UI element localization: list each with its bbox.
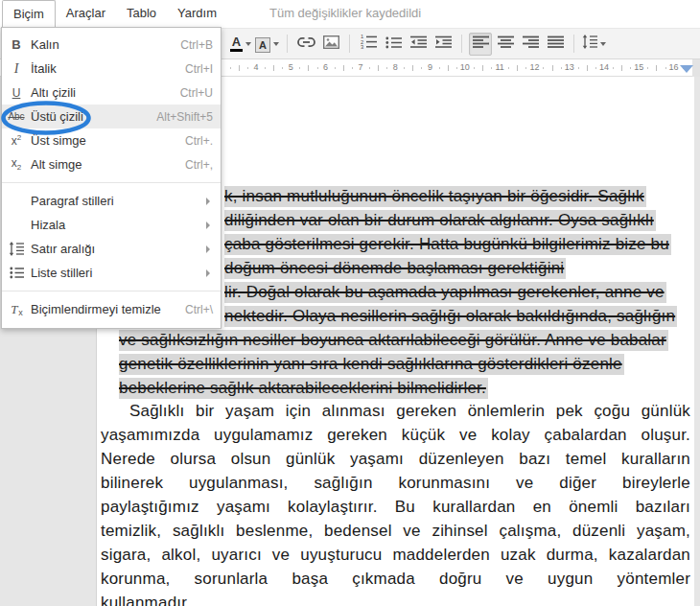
menu-item-satir-araligi[interactable]: Satır aralığı (2, 237, 221, 261)
selected-paragraph-line: k, insan mutluluğunun öncelik taşıyan bi… (224, 184, 646, 208)
menu-item-shortcut: Ctrl+U (180, 86, 213, 100)
selected-paragraph-line: bebeklerine sağlık aktarabileceklerini b… (119, 376, 488, 400)
text-color-button[interactable]: A (229, 33, 252, 56)
dropdown-arrow-icon (600, 42, 606, 46)
menu-item-label: Üstü çizili (31, 109, 156, 124)
ruler-number: 14 (599, 62, 609, 72)
menu-item-label: Altı çizili (31, 85, 180, 100)
menu-item-i-talik[interactable]: IİtalikCtrl+I (2, 57, 221, 81)
menu-item-label: Biçimlendirmeyi temizle (31, 302, 185, 316)
submenu-arrow-icon (206, 221, 210, 229)
ruler-tick (543, 67, 544, 69)
align-left-icon (473, 35, 489, 53)
ruler-tick (578, 67, 579, 69)
menu-item-ust-simge[interactable]: x2Üst simgeCtrl+. (2, 128, 221, 152)
menu-separator (2, 291, 221, 291)
selected-paragraph-line: çaba gösterilmesi gerekir. Hatta bugünkü… (224, 232, 671, 256)
menu-item-shortcut: Ctrl+, (185, 158, 213, 172)
justify-icon (548, 35, 564, 53)
selected-text: doğum öncesi dönemde başlaması gerektiği… (224, 258, 566, 279)
menubar-item-tablo[interactable]: Tablo (116, 0, 167, 28)
selected-text: diliğinden var olan bir durum olarak alg… (224, 210, 656, 231)
ruler-tick (247, 67, 248, 69)
menu-item-paragraf-stilleri[interactable]: Paragraf stilleri (2, 189, 221, 213)
menu-item-shortcut: Ctrl+\ (185, 303, 213, 316)
menu-item-shortcut: Ctrl+B (180, 38, 213, 52)
justify-button[interactable] (544, 33, 567, 56)
ruler-tick (474, 67, 475, 69)
highlight-color-button[interactable]: A (254, 33, 280, 56)
submenu-arrow-icon (206, 198, 210, 205)
decrease-indent-button[interactable] (407, 33, 430, 56)
bulleted-list-button[interactable] (382, 33, 405, 56)
menubar-item-bicim[interactable]: Biçim (2, 0, 56, 28)
increase-indent-button[interactable] (432, 33, 455, 56)
menu-item-ustu-cizili[interactable]: AbcÜstü çiziliAlt+Shift+5 (2, 105, 221, 128)
line-spacing-toolbar-icon (582, 35, 597, 53)
menu-item-liste-stilleri[interactable]: Liste stilleri (2, 261, 221, 285)
link-icon (297, 35, 315, 53)
paragraph-line: Sağlıklı bir yaşam için alınması gereken… (101, 399, 690, 423)
toolbar-separator (461, 35, 462, 53)
ruler-number: 4 (253, 62, 258, 72)
numbered-list-icon: 123 (361, 35, 377, 53)
selected-text: genetik özelliklerinin yanı sıra kendi s… (119, 354, 624, 375)
ruler-tick (647, 67, 648, 69)
ruler-tick (352, 67, 353, 69)
menubar-item-araclar[interactable]: Araçlar (56, 0, 116, 28)
align-right-button[interactable] (519, 33, 542, 56)
menu-item-hizala[interactable]: Hizala (2, 213, 221, 237)
line-spacing-icon (2, 242, 31, 256)
ruler-number: 9 (428, 62, 432, 72)
indent-icon (435, 35, 452, 53)
align-left-button[interactable] (469, 33, 492, 56)
menu-item-kalin[interactable]: BKalınCtrl+B (2, 33, 221, 57)
paragraph-line: bilinerek uygulanması, sağlığın korunmas… (101, 471, 690, 495)
menu-item-alt-simge[interactable]: x2Alt simgeCtrl+, (2, 152, 221, 176)
paragraph-line: Nerede olursa olsun günlük yaşamı düzenl… (101, 447, 690, 471)
ruler-tick (448, 65, 449, 71)
align-center-button[interactable] (494, 33, 517, 56)
ruler-tick (517, 65, 518, 71)
selected-text: k, insan mutluluğunun öncelik taşıyan bi… (224, 186, 646, 207)
superscript-icon: x2 (2, 133, 31, 148)
ruler-tick (369, 67, 370, 69)
ruler-tick (343, 65, 344, 71)
ruler-number: 16 (669, 62, 679, 72)
selected-text: ve sağlıksızlığın nesiller boyunca aktar… (119, 330, 668, 351)
line-spacing-button[interactable] (581, 33, 607, 56)
menu-item-label: Paragraf stilleri (31, 194, 206, 208)
image-icon (323, 35, 339, 53)
toolbar-separator (287, 35, 288, 53)
menu-item-label: Liste stilleri (31, 266, 206, 280)
ruler-tick (412, 65, 413, 71)
numbered-list-button[interactable]: 123 (357, 33, 380, 56)
selected-paragraph-line: nektedir. Olaya nesillerin sağlığı olara… (224, 304, 677, 328)
ruler-number: 13 (565, 62, 574, 72)
ruler-tick (595, 67, 596, 69)
ruler-number: 10 (460, 62, 470, 72)
menu-item-label: Satır aralığı (31, 242, 206, 256)
selected-text: çaba gösterilmesi gerekir. Hatta bugünkü… (224, 234, 671, 255)
selected-text: bebeklerine sağlık aktarabileceklerini b… (119, 378, 488, 399)
menu-item-alti-cizili[interactable]: UAltı çiziliCtrl+U (2, 81, 221, 105)
paragraph-line: temizlik, sağlıklı beslenme, bedensel ve… (101, 519, 690, 543)
menu-item-label: İtalik (31, 61, 185, 76)
selected-paragraph-line: doğum öncesi dönemde başlaması gerektiği… (224, 256, 566, 280)
paragraph-line: kullanmadır. (101, 591, 690, 606)
menu-item-label: Üst simge (31, 133, 185, 148)
subscript-icon: x2 (2, 156, 31, 172)
bulleted-list-icon (385, 35, 402, 53)
ruler-tick (439, 67, 440, 69)
insert-image-button[interactable] (319, 33, 342, 56)
menu-item-bicimlendirmeyi-temizle[interactable]: TxBiçimlendirmeyi temizleCtrl+\ (2, 297, 221, 321)
ruler-number: 7 (358, 62, 362, 72)
ruler-tick (308, 65, 309, 71)
selected-paragraph-line: lir. Doğal olarak bu aşamada yapılması g… (224, 280, 666, 304)
right-indent-marker-icon[interactable] (680, 65, 693, 73)
menubar-item-yardim[interactable]: Yardım (167, 0, 227, 28)
ruler-number: 5 (289, 62, 293, 72)
insert-link-button[interactable] (294, 33, 317, 56)
ruler-tick (491, 67, 492, 69)
ruler-tick (317, 67, 318, 69)
